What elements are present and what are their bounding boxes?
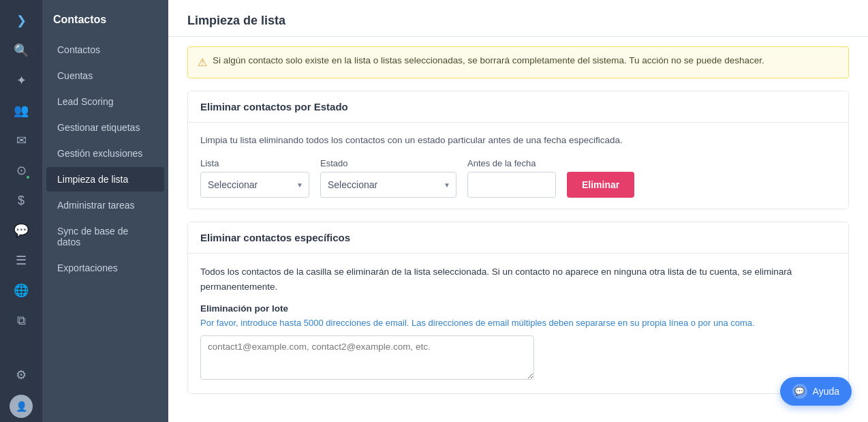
section-eliminar-especificos: Eliminar contactos específicos Todos los…	[187, 222, 849, 394]
settings-icon[interactable]: ⚙	[7, 365, 35, 392]
sidebar-item-contactos[interactable]: Contactos	[46, 37, 164, 62]
person-dot-icon[interactable]: ⊙	[7, 157, 35, 184]
chevron-right-icon[interactable]: ❯	[7, 7, 35, 34]
section2-body: Todos los contactos de la casilla se eli…	[188, 254, 848, 393]
estado-select[interactable]: Seleccionar	[320, 172, 456, 198]
icon-rail: ❯ 🔍 ✦ 👥 ✉ ⊙ $ 💬 ☰ 🌐 ⧉ ⚙ 👤	[0, 0, 42, 422]
section1-header: Eliminar contactos por Estado	[188, 91, 848, 123]
main-content: Limpieza de lista ⚠ Si algún contacto so…	[168, 0, 868, 422]
page-header: Limpieza de lista	[168, 0, 868, 37]
section-eliminar-por-estado: Eliminar contactos por Estado Limpia tu …	[187, 91, 849, 209]
batch-hint: Por favor, introduce hasta 5000 direccio…	[200, 316, 836, 330]
estado-select-wrapper: Seleccionar	[320, 172, 456, 198]
section1-body: Limpia tu lista eliminando todos los con…	[188, 123, 848, 209]
chat-icon[interactable]: 💬	[7, 217, 35, 244]
estado-label: Estado	[320, 158, 456, 168]
fecha-input[interactable]: 07/07/2021	[467, 172, 556, 198]
users-icon[interactable]: 👥	[7, 97, 35, 124]
help-button[interactable]: 💬 Ayuda	[780, 377, 852, 406]
help-label: Ayuda	[813, 386, 839, 397]
sidebar-item-exportaciones[interactable]: Exportaciones	[46, 256, 164, 280]
lista-group: Lista Seleccionar	[200, 158, 309, 198]
email-icon[interactable]: ✉	[7, 127, 35, 154]
estado-group: Estado Seleccionar	[320, 158, 456, 198]
sidebar-item-sync-bd[interactable]: Sync de base de datos	[46, 219, 164, 254]
section2-header: Eliminar contactos específicos	[188, 222, 848, 254]
sidebar-item-lead-scoring[interactable]: Lead Scoring	[46, 89, 164, 114]
list-icon[interactable]: ☰	[7, 247, 35, 274]
sidebar-item-limpieza-lista[interactable]: Limpieza de lista	[46, 167, 164, 192]
sidebar-title: Contactos	[42, 7, 168, 37]
fecha-group: Antes de la fecha 07/07/2021	[467, 158, 556, 198]
sidebar: Contactos Contactos Cuentas Lead Scoring…	[42, 0, 168, 422]
avatar[interactable]: 👤	[10, 395, 33, 418]
lista-select[interactable]: Seleccionar	[200, 172, 309, 198]
sidebar-item-gestion-exclusiones[interactable]: Gestión exclusiones	[46, 141, 164, 166]
help-circle-icon: 💬	[792, 384, 807, 399]
sidebar-item-administrar-tareas[interactable]: Administrar tareas	[46, 193, 164, 217]
batch-textarea[interactable]	[200, 335, 534, 380]
eliminar-button[interactable]: Eliminar	[567, 172, 634, 198]
warning-text: Si algún contacto solo existe en la list…	[213, 54, 764, 67]
section2-desc: Todos los contactos de la casilla se eli…	[200, 265, 836, 294]
lista-label: Lista	[200, 158, 309, 168]
globe-icon[interactable]: 🌐	[7, 277, 35, 304]
section1-desc: Limpia tu lista eliminando todos los con…	[200, 134, 836, 147]
warning-icon: ⚠	[198, 55, 207, 71]
sidebar-item-cuentas[interactable]: Cuentas	[46, 63, 164, 88]
batch-label: Eliminación por lote	[200, 303, 836, 314]
star-icon[interactable]: ✦	[7, 67, 35, 94]
section1-form-row: Lista Seleccionar Estado Seleccionar	[200, 158, 836, 198]
lista-select-wrapper: Seleccionar	[200, 172, 309, 198]
fecha-label: Antes de la fecha	[467, 158, 556, 168]
warning-banner: ⚠ Si algún contacto solo existe en la li…	[187, 46, 849, 78]
sidebar-item-gestionar-etiquetas[interactable]: Gestionar etiquetas	[46, 115, 164, 140]
copy-icon[interactable]: ⧉	[7, 307, 35, 334]
page-title: Limpieza de lista	[187, 14, 849, 28]
search-icon[interactable]: 🔍	[7, 37, 35, 64]
dollar-icon[interactable]: $	[7, 187, 35, 214]
